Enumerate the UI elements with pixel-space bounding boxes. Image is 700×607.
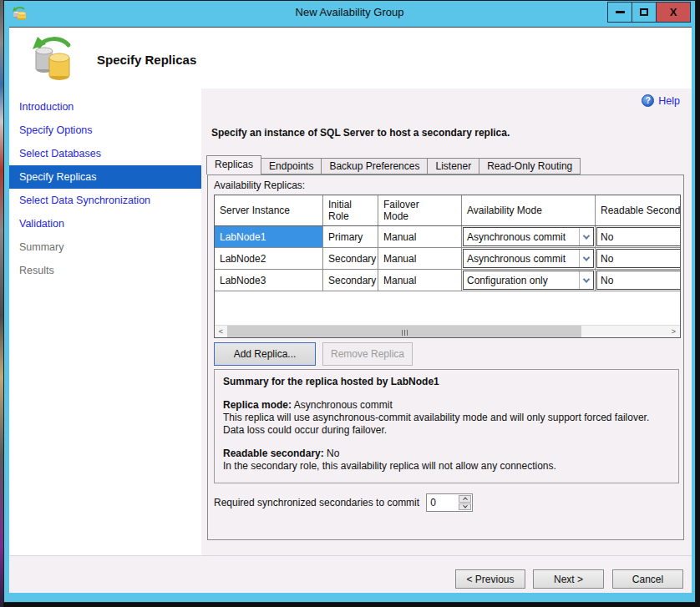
cell-availability-mode: Asynchronous commit [462,248,596,269]
cell-availability-mode: Configuration only [462,270,596,291]
column-header-readable-secondary[interactable]: Readable Secondary [596,195,681,225]
chevron-down-icon[interactable] [579,271,593,289]
availability-mode-dropdown[interactable]: Configuration only [463,271,594,290]
page-title: Specify Replicas [97,53,196,67]
table-row[interactable]: LabNode2 Secondary Manual Asynchronous c… [215,248,680,270]
tab-listener[interactable]: Listener [427,158,479,175]
sidebar-item-summary: Summary [9,235,201,259]
chevron-down-icon[interactable] [579,228,593,245]
scroll-left-arrow-icon[interactable]: < [215,326,227,337]
window-controls: X [608,2,691,23]
readable-secondary-label: Readable secondary: [223,448,324,459]
cell-failover-mode: Manual [378,226,462,247]
spinner-value[interactable]: 0 [427,494,458,511]
sidebar-item-validation[interactable]: Validation [9,212,201,235]
readable-secondary-dropdown[interactable]: No [596,249,681,268]
cell-failover-mode: Manual [378,248,462,269]
remove-replica-button[interactable]: Remove Replica [322,342,413,366]
availability-mode-dropdown[interactable]: Asynchronous commit [463,227,594,246]
scrollbar-track[interactable] [581,326,667,337]
replica-summary-box: Summary for the replica hosted by LabNod… [214,369,679,483]
cell-initial-role: Primary [323,226,378,247]
cell-server-instance[interactable]: LabNode2 [215,248,323,269]
instruction-text: Specify an instance of SQL Server to hos… [211,127,510,139]
required-secondaries-label: Required synchronized secondaries to com… [214,497,419,508]
availability-replicas-label: Availability Replicas: [214,180,305,191]
spinner-buttons [458,494,472,511]
sidebar-item-specify-options[interactable]: Specify Options [9,119,201,142]
wizard-footer: < Previous Next > Cancel [9,555,692,593]
minimize-icon [616,11,625,13]
scrollbar-thumb[interactable] [227,326,581,337]
close-button[interactable]: X [656,2,691,23]
replicas-databases-icon [29,34,78,83]
replica-mode-label: Replica mode: [223,399,292,411]
readable-secondary-value: No [324,448,340,459]
minimize-button[interactable] [607,2,632,23]
tab-backup-preferences[interactable]: Backup Preferences [321,158,428,175]
scrollbar-grip-icon [401,324,408,338]
cell-initial-role: Secondary [323,270,378,291]
sidebar-item-select-databases[interactable]: Select Databases [9,142,201,165]
spinner-up-button[interactable] [459,495,471,503]
next-button[interactable]: Next > [533,569,604,589]
window-title: New Availability Group [4,6,695,18]
close-icon: X [670,6,677,18]
title-bar[interactable]: New Availability Group X [4,1,695,27]
sidebar-item-results: Results [9,259,201,282]
table-row[interactable]: LabNode3 Secondary Manual Configuration … [215,270,680,291]
cell-readable-secondary: No [596,270,681,291]
wizard-steps-sidebar: Introduction Specify Options Select Data… [9,89,201,555]
cell-readable-secondary: No [596,248,681,269]
grid-header-row: Server Instance Initial Role Failover Mo… [215,195,680,226]
replica-mode-value: Asynchronous commit [292,399,393,411]
required-secondaries-spinner[interactable]: 0 [426,493,473,512]
scroll-right-arrow-icon[interactable]: > [667,326,680,337]
dialog-surface: Specify Replicas Introduction Specify Op… [9,27,692,592]
tab-read-only-routing[interactable]: Read-Only Routing [479,158,581,175]
spinner-down-button[interactable] [459,503,471,511]
cell-failover-mode: Manual [378,270,462,291]
readable-secondary-dropdown[interactable]: No [596,227,681,246]
tab-endpoints[interactable]: Endpoints [261,158,322,175]
sidebar-item-specify-replicas[interactable]: Specify Replicas [9,165,201,189]
column-header-availability-mode[interactable]: Availability Mode [462,195,596,225]
help-label: Help [658,95,680,107]
sidebar-item-select-data-synchronization[interactable]: Select Data Synchronization [9,189,201,212]
chevron-up-icon [463,498,468,503]
cell-server-instance[interactable]: LabNode3 [215,270,323,291]
dialog-window: New Availability Group X [3,0,696,603]
tab-strip: Replicas Endpoints Backup Preferences Li… [207,155,581,175]
chevron-down-icon [463,503,468,508]
sidebar-item-introduction[interactable]: Introduction [9,95,201,119]
cell-server-instance[interactable]: LabNode1 [215,226,323,247]
help-icon: ? [642,94,654,107]
replica-mode-description: This replica will use asynchronous-commi… [223,412,670,437]
required-secondaries-row: Required synchronized secondaries to com… [214,493,473,512]
cell-availability-mode: Asynchronous commit [462,226,596,247]
summary-replica-mode: Replica mode: Asynchronous commit This r… [223,399,670,437]
previous-button[interactable]: < Previous [455,569,525,589]
replicas-tab-panel: Availability Replicas: Server Instance I… [207,175,684,540]
tab-replicas[interactable]: Replicas [206,155,261,175]
wizard-header: Specify Replicas [9,28,692,89]
maximize-button[interactable] [632,2,657,23]
screen: New Availability Group X [0,0,700,607]
column-header-initial-role[interactable]: Initial Role [323,195,378,225]
grid-empty-area [215,291,680,325]
help-link[interactable]: ? Help [642,94,680,107]
replicas-grid: Server Instance Initial Role Failover Mo… [214,195,681,338]
availability-mode-dropdown[interactable]: Asynchronous commit [463,249,594,268]
horizontal-scrollbar[interactable]: < > [215,325,680,337]
table-row[interactable]: LabNode1 Primary Manual Asynchronous com… [215,226,680,248]
cell-readable-secondary: No [596,226,681,247]
cell-initial-role: Secondary [323,248,378,269]
cancel-button[interactable]: Cancel [612,569,683,589]
main-panel: ? Help Specify an instance of SQL Server… [201,89,692,555]
maximize-icon [640,8,648,16]
readable-secondary-dropdown[interactable]: No [596,271,681,290]
column-header-failover-mode[interactable]: Failover Mode [378,195,462,225]
column-header-server-instance[interactable]: Server Instance [215,195,323,225]
add-replica-button[interactable]: Add Replica... [214,342,316,366]
chevron-down-icon[interactable] [579,250,593,267]
